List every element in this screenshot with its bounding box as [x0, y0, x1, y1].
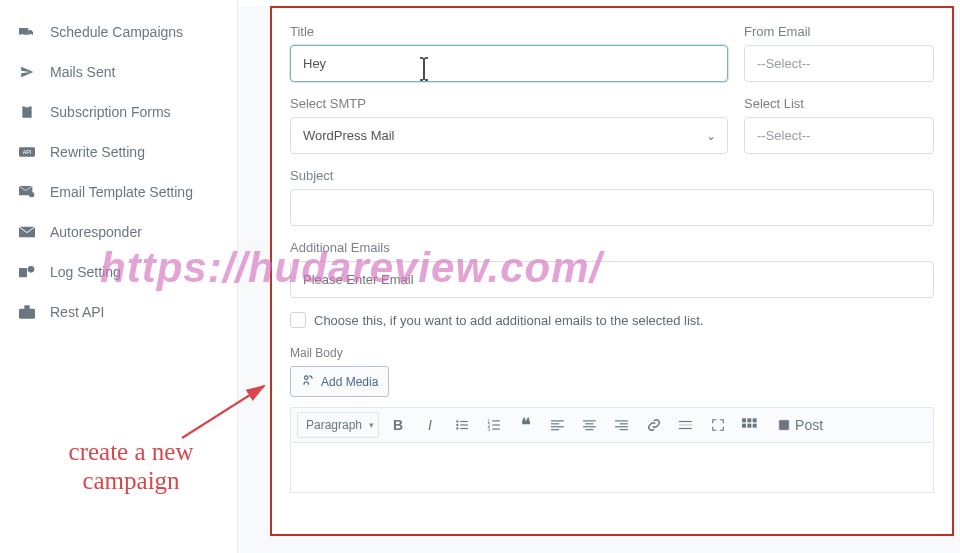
- sidebar-item-label: Rewrite Setting: [50, 144, 145, 160]
- sidebar-item-label: Subscription Forms: [50, 104, 171, 120]
- add-media-label: Add Media: [321, 375, 378, 389]
- svg-rect-12: [19, 309, 35, 319]
- media-icon: [301, 373, 315, 390]
- title-input[interactable]: [290, 45, 728, 82]
- svg-rect-42: [742, 418, 746, 422]
- from-email-label: From Email: [744, 24, 934, 39]
- align-center-button[interactable]: [577, 412, 603, 438]
- svg-rect-22: [492, 420, 500, 421]
- svg-rect-30: [551, 429, 559, 430]
- svg-rect-47: [753, 424, 757, 428]
- svg-point-19: [456, 427, 458, 429]
- svg-rect-34: [585, 429, 593, 430]
- campaign-form: Title From Email --Select-- Select SMTP …: [270, 6, 954, 536]
- sidebar-item-label: Rest API: [50, 304, 104, 320]
- toolbar-toggle-button[interactable]: [737, 412, 763, 438]
- link-button[interactable]: [641, 412, 667, 438]
- log-icon: [18, 265, 36, 279]
- svg-rect-0: [19, 28, 28, 35]
- svg-rect-24: [492, 424, 500, 425]
- svg-rect-4: [25, 105, 30, 107]
- smtp-label: Select SMTP: [290, 96, 728, 111]
- svg-point-2: [30, 34, 33, 37]
- align-right-button[interactable]: [609, 412, 635, 438]
- main-panel: Title From Email --Select-- Select SMTP …: [238, 6, 960, 553]
- svg-rect-3: [22, 106, 31, 118]
- svg-rect-28: [551, 423, 559, 424]
- number-list-button[interactable]: 123: [481, 412, 507, 438]
- bold-button[interactable]: B: [385, 412, 411, 438]
- list-label: Select List: [744, 96, 934, 111]
- select-value: --Select--: [757, 128, 810, 143]
- sidebar-item-label: Mails Sent: [50, 64, 115, 80]
- svg-rect-20: [460, 428, 468, 429]
- envelope-icon: [18, 225, 36, 239]
- clipboard-icon: [18, 105, 36, 119]
- select-value: --Select--: [757, 56, 810, 71]
- sidebar-item-rewrite-setting[interactable]: API Rewrite Setting: [0, 132, 237, 172]
- briefcase-icon: [18, 305, 36, 319]
- sidebar-item-schedule-campaigns[interactable]: Schedule Campaigns: [0, 12, 237, 52]
- italic-button[interactable]: I: [417, 412, 443, 438]
- bullet-list-button[interactable]: [449, 412, 475, 438]
- editor-toolbar: Paragraph B I 123 ❝: [290, 407, 934, 443]
- sidebar-item-email-template-setting[interactable]: Email Template Setting: [0, 172, 237, 212]
- sidebar-item-label: Email Template Setting: [50, 184, 193, 200]
- sidebar-item-mails-sent[interactable]: Mails Sent: [0, 52, 237, 92]
- svg-rect-41: [679, 428, 692, 429]
- svg-point-17: [456, 424, 458, 426]
- checkbox-label: Choose this, if you want to add addition…: [314, 313, 704, 328]
- svg-rect-39: [679, 421, 692, 422]
- svg-rect-29: [551, 426, 564, 427]
- svg-rect-33: [583, 426, 596, 427]
- from-email-select[interactable]: --Select--: [744, 45, 934, 82]
- post-button[interactable]: Post: [769, 412, 831, 438]
- additional-emails-label: Additional Emails: [290, 240, 934, 255]
- svg-rect-45: [742, 424, 746, 428]
- svg-rect-13: [24, 305, 29, 309]
- api-icon: API: [18, 145, 36, 159]
- svg-rect-43: [747, 418, 751, 422]
- align-left-button[interactable]: [545, 412, 571, 438]
- svg-point-8: [29, 192, 34, 197]
- svg-rect-16: [460, 421, 468, 422]
- paper-plane-icon: [18, 65, 36, 79]
- fullscreen-button[interactable]: [705, 412, 731, 438]
- svg-rect-46: [747, 424, 751, 428]
- svg-text:3: 3: [488, 427, 491, 432]
- add-media-button[interactable]: Add Media: [290, 366, 389, 397]
- paragraph-format-select[interactable]: Paragraph: [297, 412, 379, 438]
- svg-rect-37: [615, 426, 628, 427]
- svg-rect-38: [620, 429, 628, 430]
- svg-point-14: [305, 376, 309, 380]
- title-label: Title: [290, 24, 728, 39]
- list-select[interactable]: --Select--: [744, 117, 934, 154]
- additional-emails-input[interactable]: [290, 261, 934, 298]
- select-value: WordPress Mail: [303, 128, 395, 143]
- sidebar-item-label: Schedule Campaigns: [50, 24, 183, 40]
- svg-rect-10: [19, 268, 27, 277]
- sidebar-item-subscription-forms[interactable]: Subscription Forms: [0, 92, 237, 132]
- insert-more-button[interactable]: [673, 412, 699, 438]
- sidebar-item-label: Log Setting: [50, 264, 121, 280]
- truck-icon: [18, 25, 36, 39]
- annotation-text: create a new campaign: [26, 438, 236, 496]
- blockquote-button[interactable]: ❝: [513, 412, 539, 438]
- mail-body-label: Mail Body: [290, 346, 934, 360]
- svg-point-11: [28, 266, 35, 273]
- svg-rect-44: [753, 418, 757, 422]
- add-to-list-checkbox[interactable]: [290, 312, 306, 328]
- sidebar-item-rest-api[interactable]: Rest API: [0, 292, 237, 332]
- svg-rect-36: [620, 423, 628, 424]
- svg-rect-48: [779, 420, 790, 431]
- svg-rect-31: [583, 420, 596, 421]
- svg-rect-40: [679, 424, 692, 425]
- sidebar-item-log-setting[interactable]: Log Setting: [0, 252, 237, 292]
- svg-rect-35: [615, 420, 628, 421]
- svg-rect-26: [492, 429, 500, 430]
- sidebar-item-label: Autoresponder: [50, 224, 142, 240]
- sidebar-item-autoresponder[interactable]: Autoresponder: [0, 212, 237, 252]
- editor-body[interactable]: [290, 443, 934, 493]
- smtp-select[interactable]: WordPress Mail: [290, 117, 728, 154]
- subject-input[interactable]: [290, 189, 934, 226]
